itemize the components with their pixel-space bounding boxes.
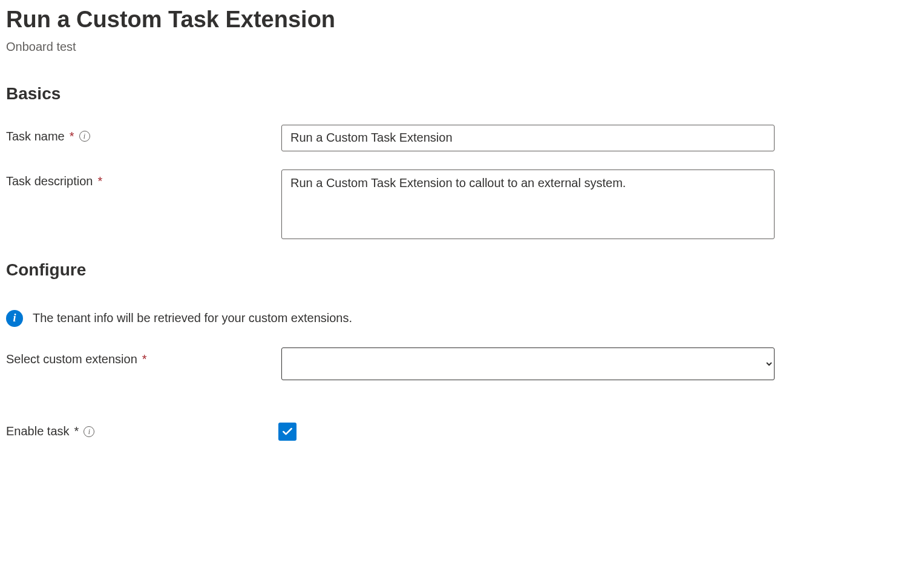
task-description-input[interactable]: Run a Custom Task Extension to callout t…	[281, 170, 775, 239]
info-banner-text: The tenant info will be retrieved for yo…	[33, 311, 352, 325]
task-name-row: Task name * i	[6, 125, 918, 151]
basics-heading: Basics	[6, 84, 918, 104]
task-description-row: Task description * Run a Custom Task Ext…	[6, 170, 918, 242]
select-extension-row: Select custom extension *	[6, 347, 918, 380]
enable-task-label: Enable task * i	[6, 424, 278, 438]
select-extension-label: Select custom extension *	[6, 347, 281, 366]
info-icon: i	[6, 310, 23, 327]
select-extension-dropdown[interactable]	[281, 347, 775, 380]
page-subtitle: Onboard test	[6, 40, 918, 54]
checkmark-icon	[281, 426, 293, 438]
info-icon[interactable]: i	[84, 426, 94, 437]
info-icon[interactable]: i	[79, 131, 90, 142]
task-name-input[interactable]	[281, 125, 775, 151]
info-banner: i The tenant info will be retrieved for …	[6, 310, 918, 327]
task-name-label: Task name * i	[6, 125, 281, 143]
task-name-label-text: Task name	[6, 130, 65, 143]
required-asterisk: *	[74, 424, 79, 438]
configure-heading: Configure	[6, 260, 918, 280]
enable-task-checkbox[interactable]	[278, 423, 297, 441]
enable-task-label-text: Enable task	[6, 424, 70, 438]
page-title: Run a Custom Task Extension	[6, 6, 918, 34]
task-description-label: Task description *	[6, 170, 281, 188]
required-asterisk: *	[70, 130, 74, 143]
required-asterisk: *	[97, 174, 102, 188]
select-extension-label-text: Select custom extension	[6, 352, 137, 366]
required-asterisk: *	[142, 352, 147, 366]
task-description-label-text: Task description	[6, 174, 93, 188]
enable-task-row: Enable task * i	[6, 423, 918, 441]
